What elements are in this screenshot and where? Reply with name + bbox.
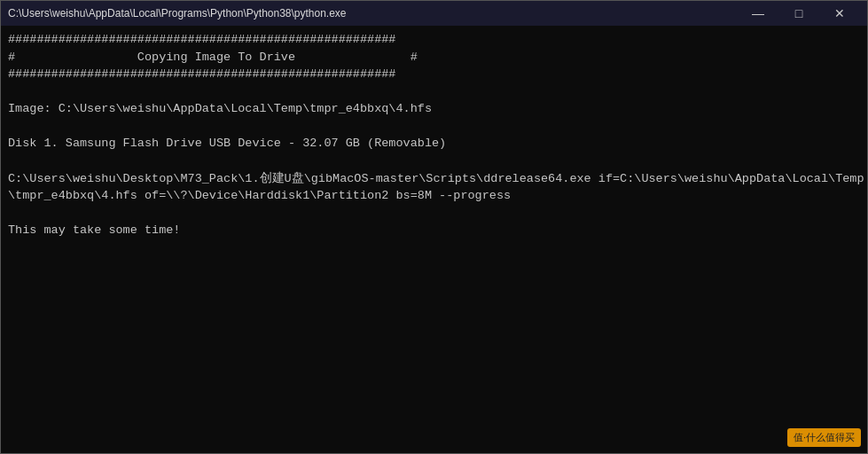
minimize-button[interactable]: — bbox=[738, 1, 778, 26]
header-line: # Copying Image To Drive # bbox=[8, 51, 418, 64]
close-button[interactable]: ✕ bbox=[819, 1, 860, 26]
app-window: C:\Users\weishu\AppData\Local\Programs\P… bbox=[0, 0, 868, 454]
hash-line-1: ########################################… bbox=[8, 33, 395, 46]
window-controls: — □ ✕ bbox=[738, 1, 860, 26]
disk-line: Disk 1. Samsung Flash Drive USB Device -… bbox=[8, 137, 446, 150]
image-line: Image: C:\Users\weishu\AppData\Local\Tem… bbox=[8, 102, 432, 115]
cmd-line-2: \tmpr_e4bbxq\4.hfs of=\\?\Device\Harddis… bbox=[8, 189, 511, 202]
title-bar-text: C:\Users\weishu\AppData\Local\Programs\P… bbox=[8, 7, 347, 20]
hash-line-2: ########################################… bbox=[8, 67, 395, 81]
title-bar: C:\Users\weishu\AppData\Local\Programs\P… bbox=[1, 1, 867, 26]
terminal-output: ########################################… bbox=[1, 26, 867, 453]
cmd-line-1: C:\Users\weishu\Desktop\M73_Pack\1.创建U盘\… bbox=[8, 172, 864, 185]
status-line: This may take some time! bbox=[8, 223, 180, 237]
maximize-button[interactable]: □ bbox=[778, 1, 819, 26]
terminal-window: C:\Users\weishu\AppData\Local\Programs\P… bbox=[0, 0, 868, 454]
